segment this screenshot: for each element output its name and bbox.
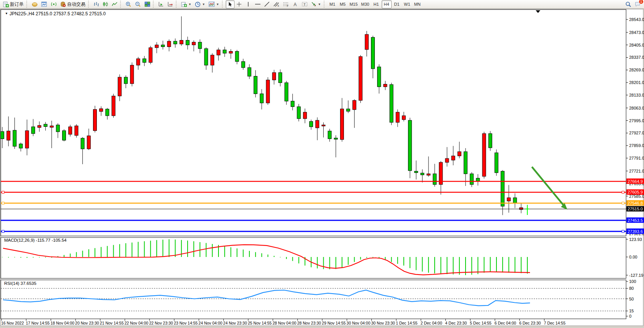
symbol-dropdown-icon[interactable]: ▼ (5, 12, 8, 15)
svg-text:5 Dec 14:55: 5 Dec 14:55 (470, 321, 491, 325)
zoom-out-icon (135, 2, 141, 7)
tile-windows-button[interactable] (143, 0, 152, 8)
channel-icon: E (273, 2, 279, 7)
timeframe-m1[interactable]: M1 (328, 0, 337, 8)
svg-text:28405.0: 28405.0 (629, 43, 644, 47)
auto-scroll-icon (158, 2, 164, 7)
horizontal-line-button[interactable] (253, 0, 262, 8)
new-order-button[interactable]: 新订单 (2, 0, 25, 8)
svg-text:27927.0: 27927.0 (629, 131, 644, 135)
toolbar-grip (222, 1, 225, 8)
svg-text:21 Nov 14:55: 21 Nov 14:55 (100, 321, 124, 325)
toolbar-grip (26, 1, 29, 8)
open-chart-window-icon (41, 2, 47, 7)
line-chart-button[interactable] (110, 0, 119, 8)
svg-text:22 Nov 04:00: 22 Nov 04:00 (125, 321, 149, 325)
signals-button[interactable] (49, 0, 58, 8)
chevron-down-icon: ▼ (216, 3, 219, 6)
algo-trading-label: 自动交易 (67, 1, 85, 8)
chart-title-text: JPN225-,H4 27515.0 27537.5 27482.5 27515… (10, 11, 106, 16)
chevron-down-icon: ▼ (202, 3, 205, 6)
zoom-in-button[interactable] (124, 0, 133, 8)
timeframe-m5[interactable]: M5 (338, 0, 348, 8)
timeframe-h1[interactable]: H1 (371, 0, 381, 8)
timeframe-d1[interactable]: D1 (392, 0, 402, 8)
bar-chart-button[interactable] (92, 0, 101, 8)
zoom-out-button[interactable] (133, 0, 143, 8)
fibonacci-button[interactable]: F (281, 0, 291, 8)
svg-text:27393.6: 27393.6 (628, 229, 643, 234)
indicators-dropdown[interactable]: ▼ (207, 0, 221, 8)
toolbar-grip (88, 1, 91, 8)
vertical-line-button[interactable] (244, 0, 253, 8)
cursor-button[interactable] (226, 0, 234, 8)
svg-text:100: 100 (629, 279, 636, 284)
macd-indicator-label: MACD(12,26,9) -115.77 -105.54 (4, 238, 66, 242)
line-chart-icon (112, 2, 117, 7)
svg-text:24 Nov 23:30: 24 Nov 23:30 (223, 321, 247, 325)
horizontal-line-icon (255, 2, 261, 7)
chart-panels (1, 10, 626, 319)
timeframe-h4[interactable]: H4 (382, 0, 392, 8)
svg-text:50: 50 (629, 297, 634, 301)
crosshair-icon (236, 2, 242, 7)
shapes-dropdown[interactable]: ▼ (310, 0, 323, 8)
svg-text:6 Dec 23:30: 6 Dec 23:30 (519, 321, 541, 325)
notification-badge: 1 (639, 0, 644, 4)
new-order-icon (3, 2, 9, 7)
algo-trading-button[interactable]: 自动交易 (59, 0, 87, 8)
period-clock-icon (195, 2, 201, 7)
candlestick-chart-icon (103, 2, 108, 7)
auto-scroll-button[interactable] (157, 0, 165, 8)
layouts-button[interactable] (30, 0, 39, 8)
svg-text:30 Nov 23:30: 30 Nov 23:30 (371, 321, 395, 325)
vertical-line-icon (246, 2, 251, 7)
period-clock-dropdown[interactable]: ▼ (193, 0, 207, 8)
layouts-icon (32, 2, 38, 7)
svg-text:28063.0: 28063.0 (629, 106, 644, 110)
fibonacci-icon: F (283, 2, 289, 7)
svg-text:28133.0: 28133.0 (629, 93, 644, 97)
svg-text:27721.0: 27721.0 (629, 169, 644, 173)
svg-text:28201.0: 28201.0 (629, 80, 644, 85)
zoom-in-icon (125, 2, 132, 7)
price-chart-canvas[interactable]: 28543.028473.028405.028337.028269.028201… (0, 0, 644, 328)
open-chart-window-button[interactable] (40, 0, 49, 8)
svg-text:27605.9: 27605.9 (628, 190, 643, 194)
svg-text:30 Nov 04:00: 30 Nov 04:00 (347, 321, 371, 325)
chart-shift-icon (167, 2, 173, 7)
crosshair-button[interactable] (235, 0, 244, 8)
algo-trading-icon (60, 2, 66, 7)
svg-text:T: T (304, 3, 306, 6)
trendline-icon (264, 2, 270, 7)
chart-shift-button[interactable] (166, 0, 175, 8)
svg-text:22 Nov 23:30: 22 Nov 23:30 (149, 321, 173, 325)
new-chart-dropdown[interactable]: ▼ (180, 0, 193, 8)
search-button[interactable] (624, 0, 633, 8)
notifications-button[interactable]: 1 (633, 0, 642, 8)
candlestick-chart-button[interactable] (101, 0, 110, 8)
trendline-button[interactable] (263, 0, 271, 8)
toolbar-grip (153, 1, 156, 8)
timeframe-w1[interactable]: W1 (402, 0, 412, 8)
timeframe-m30[interactable]: M30 (360, 0, 371, 8)
svg-text:7 Dec 14:55: 7 Dec 14:55 (544, 321, 565, 325)
toolbar-grip (176, 1, 178, 8)
search-icon (625, 2, 631, 7)
timeframe-m15[interactable]: M15 (348, 0, 359, 8)
svg-text:27859.0: 27859.0 (629, 143, 644, 148)
svg-text:29 Nov 14:55: 29 Nov 14:55 (322, 321, 346, 325)
svg-text:80: 80 (629, 286, 634, 291)
svg-text:A: A (294, 2, 297, 7)
text-label-button[interactable]: T (300, 0, 309, 8)
chevron-down-icon: ▼ (188, 3, 191, 6)
svg-text:28337.0: 28337.0 (629, 55, 644, 60)
svg-text:28473.0: 28473.0 (629, 30, 644, 35)
svg-text:15: 15 (629, 309, 634, 313)
svg-text:18 Nov 04:00: 18 Nov 04:00 (50, 321, 74, 325)
text-button[interactable]: A (291, 0, 300, 8)
channel-button[interactable]: E (272, 0, 281, 8)
svg-text:0: 0 (629, 314, 631, 318)
timeframe-mn[interactable]: MN (413, 0, 422, 8)
toolbar-grip (324, 1, 326, 8)
